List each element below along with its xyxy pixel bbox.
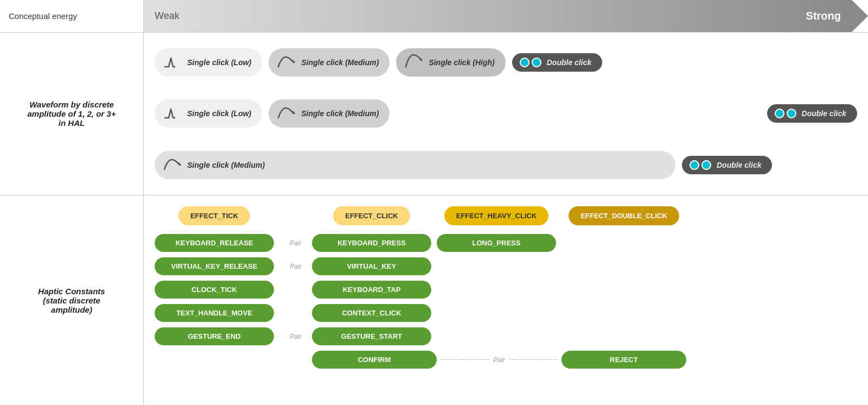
waveform-medium-icon-1 xyxy=(276,53,296,72)
double-click-icon-3 xyxy=(690,160,711,170)
double-click-icon-1 xyxy=(520,58,541,67)
left-labels: Conceptual energy Waveform by discreteam… xyxy=(0,0,144,405)
gesture-start-btn[interactable]: GESTURE_START xyxy=(312,327,431,345)
virtual-key-btn[interactable]: VIRTUAL_KEY xyxy=(312,257,431,275)
waveform-low-icon-2 xyxy=(162,104,182,123)
confirm-btn[interactable]: CONFIRM xyxy=(312,351,437,369)
haptic-row-3: CLOCK_TICK KEYBOARD_TAP xyxy=(155,281,857,299)
right-content: Weak Strong Single click (Low) xyxy=(144,0,868,405)
double-click-icon-2 xyxy=(775,109,796,118)
haptic-items: KEYBOARD_RELEASE Pair KEYBOARD_PRESS LON… xyxy=(155,234,857,369)
waveform-line-1: Single click (Low) Single click (Medium) xyxy=(155,48,857,77)
waveform-high-icon-1 xyxy=(404,53,423,72)
pill-double-click-3: Double click xyxy=(682,156,772,174)
pill-single-low-2: Single click (Low) xyxy=(155,99,262,128)
dc-circle-1b xyxy=(532,58,541,67)
effect-heavy-label: EFFECT_HEAVY_CLICK xyxy=(444,206,549,225)
pill-double-click-2: Double click xyxy=(767,104,857,123)
keyboard-release-btn[interactable]: KEYBOARD_RELEASE xyxy=(155,234,274,252)
effect-labels-row: EFFECT_TICK EFFECT_CLICK EFFECT_HEAVY_CL… xyxy=(155,206,857,225)
waveform-row: Single click (Low) Single click (Medium) xyxy=(144,33,868,195)
dc-circle-2b xyxy=(787,109,796,118)
pill-single-medium-2: Single click (Medium) xyxy=(269,99,390,128)
haptic-row-4: TEXT_HANDLE_MOVE CONTEXT_CLICK xyxy=(155,304,857,322)
text-handle-move-btn[interactable]: TEXT_HANDLE_MOVE xyxy=(155,304,274,322)
energy-strong-label: Strong xyxy=(806,10,841,22)
energy-row: Weak Strong xyxy=(144,0,868,33)
effect-tick-label: EFFECT_TICK xyxy=(178,206,250,225)
keyboard-press-btn[interactable]: KEYBOARD_PRESS xyxy=(312,234,431,252)
waveform-medium-icon-2 xyxy=(276,104,296,123)
waveform-low-icon-1 xyxy=(162,53,182,72)
effect-double-label: EFFECT_DOUBLE_CLICK xyxy=(569,206,679,225)
main-container: Conceptual energy Waveform by discreteam… xyxy=(0,0,868,405)
long-press-btn[interactable]: LONG_PRESS xyxy=(437,234,556,252)
waveform-line-3: Single click (Medium) Double click xyxy=(155,151,857,179)
energy-weak-label: Weak xyxy=(155,10,180,22)
haptic-confirm-row: CONFIRM Pair REJECT xyxy=(155,351,857,369)
clock-tick-btn[interactable]: CLOCK_TICK xyxy=(155,281,274,299)
dc-circle-3a xyxy=(690,160,699,170)
haptic-row-5: GESTURE_END Pair GESTURE_START xyxy=(155,327,857,345)
pill-double-click-1: Double click xyxy=(512,53,602,72)
effect-click-label: EFFECT_CLICK xyxy=(333,206,410,225)
pill-single-medium-1: Single click (Medium) xyxy=(269,48,390,77)
confirm-pair-label: Pair xyxy=(493,356,505,364)
dc-circle-3b xyxy=(701,160,711,170)
haptic-row-2: VIRTUAL_KEY_RELEASE Pair VIRTUAL_KEY xyxy=(155,257,857,275)
waveform-line-2: Single click (Low) Single click (Medium)… xyxy=(155,99,857,128)
pill-single-low-1: Single click (Low) xyxy=(155,48,262,77)
energy-arrow-body xyxy=(144,0,868,32)
pill-single-medium-3: Single click (Medium) xyxy=(155,151,675,179)
haptic-row: EFFECT_TICK EFFECT_CLICK EFFECT_HEAVY_CL… xyxy=(144,195,868,405)
gesture-end-btn[interactable]: GESTURE_END xyxy=(155,327,274,345)
haptic-constants-label: Haptic Constants(static discreteamplitud… xyxy=(0,195,143,405)
dc-circle-2a xyxy=(775,109,784,118)
conceptual-energy-label: Conceptual energy xyxy=(0,0,143,33)
dc-circle-1a xyxy=(520,58,529,67)
haptic-row-1: KEYBOARD_RELEASE Pair KEYBOARD_PRESS LON… xyxy=(155,234,857,252)
waveform-medium-icon-3 xyxy=(162,155,182,175)
keyboard-tap-btn[interactable]: KEYBOARD_TAP xyxy=(312,281,431,299)
waveform-label: Waveform by discreteamplitude of 1, 2, o… xyxy=(0,33,143,195)
pill-single-high-1: Single click (High) xyxy=(396,48,505,77)
reject-btn[interactable]: REJECT xyxy=(561,351,686,369)
context-click-btn[interactable]: CONTEXT_CLICK xyxy=(312,304,431,322)
virtual-key-release-btn[interactable]: VIRTUAL_KEY_RELEASE xyxy=(155,257,274,275)
